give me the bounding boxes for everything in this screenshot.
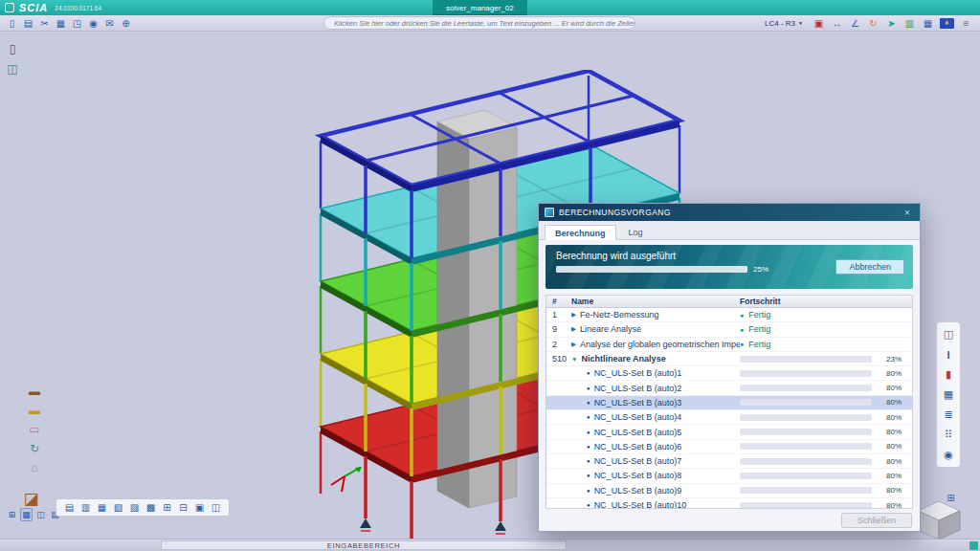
- dock-item-5-icon[interactable]: ▨: [127, 500, 142, 515]
- dialog-app-icon: [545, 208, 554, 217]
- dock-item-8-icon[interactable]: ⊟: [176, 500, 190, 515]
- right-toolbar: ◫ I ▮ ▦ ≣ ⠿ ◉: [936, 321, 961, 468]
- table-row[interactable]: ●NC_ULS-Set B (auto)6 80%: [546, 440, 912, 454]
- overall-progress-label: 25%: [753, 265, 768, 274]
- bottom-dock: ▤ ▥ ▦ ▧ ▨ ▩ ⊞ ⊟ ▣ ◫: [56, 498, 230, 517]
- bullet-icon: ●: [587, 488, 590, 494]
- collapse-icon[interactable]: ▼: [571, 356, 577, 363]
- target-icon[interactable]: ◉: [939, 446, 958, 464]
- zoom-selection-icon[interactable]: ⊕: [118, 16, 134, 31]
- results-chart-icon[interactable]: ▥: [902, 16, 918, 31]
- expand-icon[interactable]: ▶: [571, 325, 576, 333]
- expand-icon[interactable]: ▶: [571, 311, 576, 319]
- table-row[interactable]: 2 ▶Analyse der globalen geometrischen Im…: [546, 338, 912, 352]
- dialog-tabs: Berechnung Log: [539, 221, 920, 240]
- send-mail-icon[interactable]: ✉: [101, 16, 118, 31]
- left-mid-toolbar: ▬ ▬ ▭ ↻ ⌂: [25, 383, 44, 475]
- tab-berechnung[interactable]: Berechnung: [545, 225, 616, 240]
- table-row[interactable]: ●NC_ULS-Set B (auto)7 80%: [546, 454, 912, 469]
- tools-icon[interactable]: ✂: [36, 16, 53, 31]
- cancel-button[interactable]: Abbrechen: [835, 259, 904, 275]
- storey-data-icon[interactable]: ▣: [811, 16, 827, 31]
- layers-icon[interactable]: ▦: [939, 386, 958, 404]
- dock-item-4-icon[interactable]: ▧: [111, 500, 125, 515]
- dock-item-9-icon[interactable]: ▣: [192, 500, 207, 515]
- open-project-icon[interactable]: ▤: [20, 16, 36, 31]
- row-progress-bar: [740, 487, 872, 494]
- view-3d-icon[interactable]: ◳: [69, 16, 85, 31]
- select-results-icon[interactable]: ➤: [883, 16, 900, 31]
- app-menu-icon[interactable]: [5, 3, 14, 12]
- dock-item-10-icon[interactable]: ◫: [209, 500, 223, 515]
- list-icon[interactable]: ≣: [939, 406, 958, 424]
- close-button[interactable]: Schließen: [841, 513, 912, 528]
- dock-item-7-icon[interactable]: ⊞: [160, 500, 174, 515]
- dock-item-3-icon[interactable]: ▦: [95, 500, 109, 515]
- table-row[interactable]: 9 ▶Lineare Analyse ●Fertig: [546, 322, 912, 337]
- section-view-icon[interactable]: ◫: [939, 325, 958, 343]
- document-tab[interactable]: solver_manager_02: [433, 0, 527, 15]
- dialog-title: BERECHNUNGSVORGANG: [559, 208, 896, 217]
- refresh-icon[interactable]: ↻: [865, 16, 881, 31]
- grid-c-icon[interactable]: ◫: [34, 508, 47, 521]
- left-top-toolbar: ▯ ◫: [3, 40, 22, 77]
- cross-section-icon[interactable]: ▬: [25, 383, 44, 399]
- dots-grid-icon[interactable]: ⠿: [939, 426, 958, 444]
- table-row[interactable]: 1 ▶Fe-Netz-Bemessung ●Fertig: [546, 308, 912, 322]
- concrete-results-icon[interactable]: ▦: [920, 16, 936, 31]
- table-row[interactable]: 510 ▼Nichtlineare Analyse 23%: [546, 352, 912, 366]
- calculation-table: # Name Fortschritt 1 ▶Fe-Netz-Bemessung …: [546, 295, 913, 509]
- beam-profile-icon[interactable]: I: [939, 345, 958, 364]
- input-area-label[interactable]: EINGABEBEREICH: [161, 540, 567, 550]
- dock-item-2-icon[interactable]: ▥: [78, 500, 93, 515]
- statusbar: EINGABEBEREICH: [0, 539, 980, 551]
- row-progress-bar: [740, 356, 872, 363]
- app-version: 24.0100.0171.64: [55, 5, 101, 11]
- expand-icon[interactable]: ▶: [571, 341, 576, 348]
- dimension-line-icon[interactable]: ↔: [829, 16, 845, 31]
- grid-b-icon[interactable]: ▦: [20, 508, 33, 521]
- new-project-icon[interactable]: ▯: [4, 16, 20, 31]
- dock-item-1-icon[interactable]: ▤: [62, 500, 77, 515]
- status-badge: Fertig: [748, 324, 770, 334]
- row-progress-bar: [740, 429, 872, 435]
- table-header[interactable]: # Name Fortschritt: [546, 296, 912, 308]
- row-progress-bar: [740, 502, 872, 509]
- print-icon[interactable]: ▦: [53, 16, 69, 31]
- angle-dimension-icon[interactable]: ∠: [847, 16, 863, 31]
- calculation-dialog: BERECHNUNGSVORGANG × Berechnung Log Bere…: [538, 203, 921, 532]
- render-mode-icon[interactable]: ◪: [23, 492, 39, 506]
- grid-a-icon[interactable]: ⊞: [6, 508, 18, 521]
- table-row[interactable]: ●NC_ULS-Set B (auto)2 80%: [546, 381, 912, 395]
- row-progress-bar: [740, 370, 872, 377]
- status-dot-icon: ●: [740, 326, 744, 333]
- rotate-view-icon[interactable]: ↻: [25, 440, 44, 456]
- app-logo: SCIA: [19, 2, 48, 13]
- material-icon[interactable]: ▬: [25, 402, 44, 418]
- tab-log[interactable]: Log: [618, 224, 654, 239]
- input-panel-icon[interactable]: ▯: [3, 40, 22, 56]
- table-row[interactable]: ●NC_ULS-Set B (auto)9 80%: [546, 484, 912, 498]
- dialog-titlebar[interactable]: BERECHNUNGSVORGANG ×: [539, 204, 920, 221]
- load-case-select[interactable]: LC4 - R3 ▼: [765, 19, 803, 28]
- settings-icon[interactable]: ≡: [958, 16, 974, 31]
- dock-item-6-icon[interactable]: ▩: [144, 500, 158, 515]
- table-row[interactable]: ●NC_ULS-Set B (auto)8 80%: [546, 469, 912, 483]
- table-row[interactable]: ●NC_ULS-Set B (auto)5 80%: [546, 425, 912, 439]
- bullet-icon: ●: [587, 444, 590, 450]
- close-icon[interactable]: ×: [901, 208, 914, 218]
- table-row[interactable]: ●NC_ULS-Set B (auto)1 80%: [546, 366, 912, 381]
- paint-results-icon[interactable]: ▮: [939, 365, 958, 384]
- bullet-icon: ●: [587, 386, 590, 391]
- table-row[interactable]: ●NC_ULS-Set B (auto)10 80%: [546, 498, 912, 509]
- load-panel-icon[interactable]: ▭: [25, 421, 44, 437]
- bullet-icon: ●: [587, 502, 590, 508]
- table-row[interactable]: ●NC_ULS-Set B (auto)4 80%: [546, 410, 912, 425]
- visibility-icon[interactable]: ◉: [85, 16, 101, 31]
- eu-code-icon[interactable]: ∗: [940, 18, 954, 29]
- table-row-selected[interactable]: ●NC_ULS-Set B (auto)3 80%: [546, 396, 912, 410]
- home-view-icon[interactable]: ⌂: [25, 459, 44, 475]
- command-input[interactable]: Klicken Sie hier oder drücken Sie die Le…: [323, 16, 635, 30]
- model-box-icon[interactable]: ◫: [3, 60, 22, 77]
- chevron-down-icon: ▼: [798, 20, 803, 26]
